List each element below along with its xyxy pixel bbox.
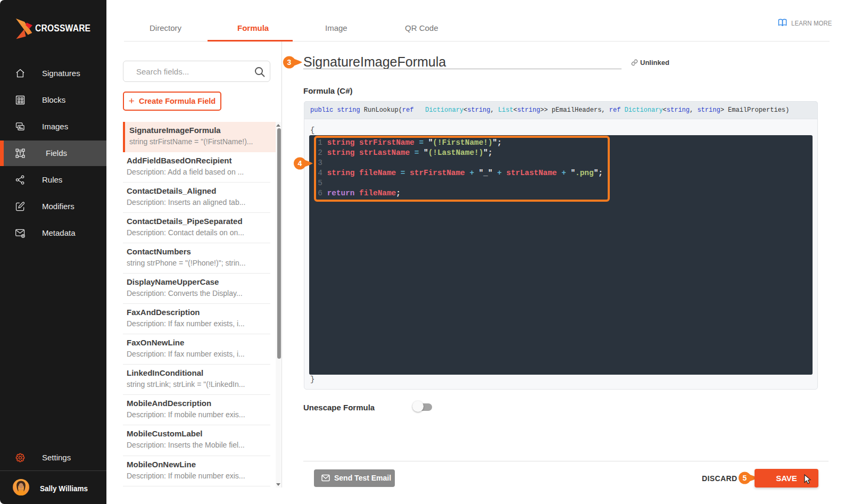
svg-text:4: 4: [298, 159, 302, 168]
svg-text:3: 3: [287, 58, 292, 67]
svg-text:5: 5: [743, 474, 747, 482]
